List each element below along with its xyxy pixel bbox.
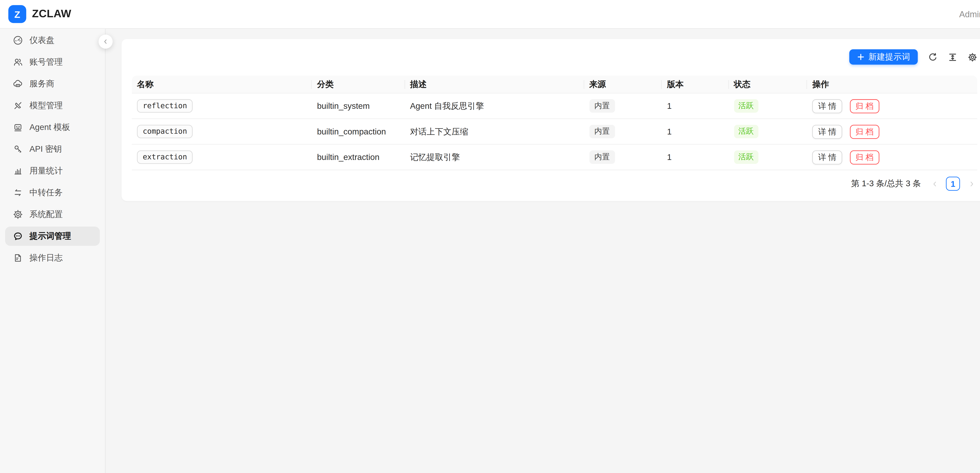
usage-stats-icon (13, 166, 23, 176)
sidebar-item-models[interactable]: 模型管理 (5, 96, 100, 115)
description-cell: 对话上下文压缩 (405, 119, 584, 145)
main-area: 新建提示词 名称分类描述来源版本状态操作 refl (106, 28, 980, 473)
dashboard-icon (13, 35, 23, 46)
version-cell: 1 (662, 93, 729, 119)
prompts-card: 新建提示词 名称分类描述来源版本状态操作 refl (121, 39, 980, 201)
sidebar: 仪表盘 账号管理 服务商 模型管理 Agent 模板 API 密钥 用量统计 中… (0, 28, 106, 473)
category-cell: builtin_compaction (312, 119, 405, 145)
providers-icon (13, 79, 23, 89)
prev-page-button[interactable] (929, 177, 940, 191)
logs-icon (13, 253, 23, 263)
relay-tasks-icon (13, 188, 23, 198)
user-menu[interactable]: Admin (959, 9, 980, 19)
new-prompt-button[interactable]: 新建提示词 (849, 49, 918, 64)
brand-logo-letter: Z (14, 9, 20, 20)
models-icon (13, 100, 23, 111)
version-cell: 1 (662, 119, 729, 145)
sidebar-item-prompts[interactable]: 提示词管理 (5, 226, 100, 246)
description-cell: 记忆提取引擎 (405, 144, 584, 170)
table-row: compaction builtin_compaction 对话上下文压缩 内置… (132, 119, 977, 145)
sidebar-item-usage-stats[interactable]: 用量统计 (5, 161, 100, 180)
reload-icon[interactable] (927, 52, 937, 62)
sidebar-collapse-button[interactable] (99, 35, 113, 49)
sidebar-item-logs[interactable]: 操作日志 (5, 248, 100, 268)
status-badge: 活跃 (734, 125, 758, 138)
prompts-table: 名称分类描述来源版本状态操作 reflection builtin_system… (132, 75, 977, 170)
sidebar-item-accounts[interactable]: 账号管理 (5, 53, 100, 72)
prompt-name-tag: reflection (137, 99, 193, 113)
description-cell: Agent 自我反思引擎 (405, 93, 584, 119)
column-header: 版本 (662, 75, 729, 93)
status-badge: 活跃 (734, 99, 758, 112)
table-header-row: 名称分类描述来源版本状态操作 (132, 75, 977, 93)
status-badge: 活跃 (734, 151, 758, 164)
chevron-left-icon (931, 180, 938, 187)
brand-logo: Z (8, 5, 26, 23)
sidebar-item-dashboard[interactable]: 仪表盘 (5, 31, 100, 50)
category-cell: builtin_system (312, 93, 405, 119)
api-keys-icon (13, 144, 23, 154)
system-config-icon (13, 209, 23, 220)
chevron-left-icon (102, 38, 109, 45)
pagination: 第 1-3 条/总共 3 条 1 (132, 177, 977, 191)
prompt-name-tag: compaction (137, 125, 193, 139)
pagination-summary: 第 1-3 条/总共 3 条 (851, 178, 921, 190)
archive-button[interactable]: 归 档 (850, 99, 880, 113)
column-header: 状态 (729, 75, 807, 93)
table-row: extraction builtin_extraction 记忆提取引擎 内置 … (132, 144, 977, 170)
prompts-icon (13, 231, 23, 241)
sidebar-item-relay-tasks[interactable]: 中转任务 (5, 183, 100, 202)
source-tag: 内置 (589, 125, 615, 138)
column-header: 来源 (584, 75, 662, 93)
version-cell: 1 (662, 144, 729, 170)
brand-name: ZCLAW (32, 8, 72, 21)
detail-button[interactable]: 详 情 (813, 124, 842, 139)
column-header: 描述 (405, 75, 584, 93)
table-row: reflection builtin_system Agent 自我反思引擎 内… (132, 93, 977, 119)
detail-button[interactable]: 详 情 (813, 150, 842, 164)
accounts-icon (13, 57, 23, 67)
column-height-icon[interactable] (947, 52, 958, 62)
app-viewport: Z ZCLAW Admin 仪表盘 账号管理 服务商 模型管理 Agent 模板… (0, 0, 980, 473)
chevron-right-icon (968, 180, 975, 187)
sidebar-item-system-config[interactable]: 系统配置 (5, 205, 100, 224)
sidebar-item-providers[interactable]: 服务商 (5, 74, 100, 94)
source-tag: 内置 (589, 99, 615, 112)
app-header: Z ZCLAW Admin (0, 0, 980, 29)
page-number-button[interactable]: 1 (946, 177, 960, 191)
archive-button[interactable]: 归 档 (850, 150, 880, 164)
source-tag: 内置 (589, 151, 615, 164)
table-toolbar: 新建提示词 (132, 49, 977, 64)
prompt-name-tag: extraction (137, 150, 193, 164)
next-page-button[interactable] (966, 177, 977, 191)
column-header: 操作 (807, 75, 977, 93)
column-header: 分类 (312, 75, 405, 93)
sidebar-item-agent-templates[interactable]: Agent 模板 (5, 118, 100, 137)
archive-button[interactable]: 归 档 (850, 124, 880, 139)
settings-icon[interactable] (967, 52, 977, 62)
sidebar-item-api-keys[interactable]: API 密钥 (5, 140, 100, 159)
detail-button[interactable]: 详 情 (813, 99, 842, 113)
agent-templates-icon (13, 122, 23, 132)
plus-icon (857, 53, 865, 61)
column-header: 名称 (132, 75, 312, 93)
category-cell: builtin_extraction (312, 144, 405, 170)
